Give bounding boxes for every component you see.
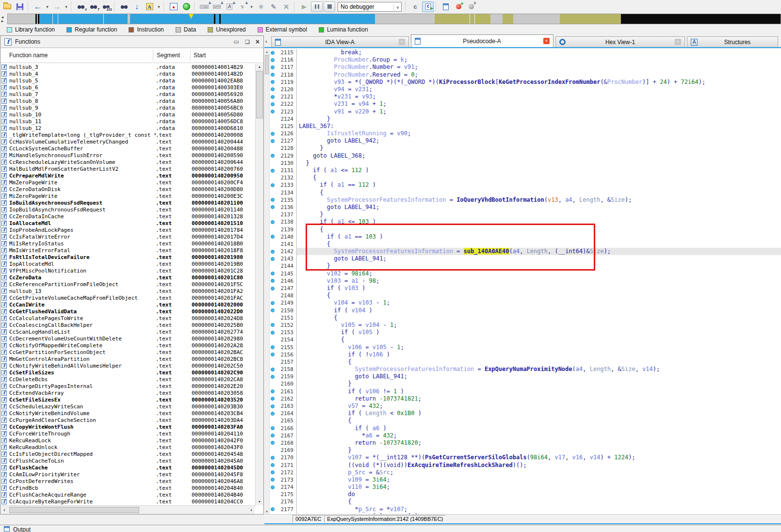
function-row[interactable]: fKeRcuReadLock.text00000001402042F0 [0, 437, 255, 444]
code-line[interactable]: 2129 goto LABEL_368; [270, 152, 781, 160]
debugger-combo[interactable]: No debugger [338, 2, 402, 12]
code-line[interactable]: 2174 v110 = 3i64; [270, 484, 781, 491]
function-row[interactable]: fnullsub_9.rdata0000000140056BC0 [0, 104, 255, 111]
problem-list-icon[interactable] [168, 1, 179, 12]
code-line[interactable]: 2168 return -1073741820; [270, 439, 781, 447]
function-row[interactable]: fMiZeroPageWrite.text0000000140200E3C [0, 193, 255, 199]
function-row[interactable]: fCcHasVolumeCumulativeTelemetryChanged.t… [0, 138, 255, 145]
function-row[interactable]: fnullsub_6.rdata00000001400303E0 [0, 84, 255, 91]
function-row[interactable]: fCcScheduleLazyWriteScan.text00000001402… [0, 403, 255, 410]
column-segment[interactable]: Segment [157, 52, 180, 59]
code-line[interactable]: 2154 { [270, 336, 781, 343]
code-line[interactable]: 2140 if ( a1 == 103 ) [270, 233, 781, 241]
debug-stop-icon[interactable] [324, 1, 335, 12]
code-line[interactable]: 2118 ProcNumber.Reserved = 0; [270, 71, 781, 79]
code-line[interactable]: 2120 v94 = v231; [270, 86, 781, 93]
code-line[interactable]: 2153 if ( v105 ) [270, 329, 781, 336]
function-row[interactable]: fCcFlushCache.text00000001402045D0 [0, 464, 255, 471]
code-line[interactable]: 2156 if ( !v106 ) [270, 351, 781, 358]
functions-vertical-scrollbar[interactable] [255, 64, 263, 505]
code-line[interactable]: 2143 goto LABEL_941; [270, 255, 781, 262]
scrollbar-thumb[interactable] [256, 71, 263, 118]
code-line[interactable]: 2126 IsTrustletRunning = v90; [270, 130, 781, 137]
output-panel[interactable]: Output [0, 525, 781, 532]
code-line[interactable]: 2133 if ( a1 == 112 ) [270, 181, 781, 189]
color-dropdown-icon[interactable] [156, 1, 162, 12]
code-line[interactable]: 2119 v93 = *(_QWORD *)(*(_QWORD *)(KiPro… [270, 79, 781, 86]
function-row[interactable]: fnullsub_7.rdata0000000140056920 [0, 91, 255, 97]
function-row[interactable]: fnullsub_3.rdata0000000140014B29 [0, 64, 255, 70]
code-line[interactable]: 2171 ((void (*)(void))ExAcquireTimeRefre… [270, 462, 781, 469]
code-line[interactable]: 2125LABEL_367: [270, 123, 781, 130]
tab-close-icon[interactable]: × [675, 39, 681, 45]
function-row[interactable]: fMiIsRetryIoStatus.text00000001402018B0 [0, 240, 255, 247]
function-row[interactable]: fCcForceWriteThrough.text000000014020411… [0, 430, 255, 437]
code-line[interactable]: 2147 if ( v103 ) [270, 285, 781, 292]
function-row[interactable]: fCcRescheduleLazyWriteScanOnVolume.text0… [0, 159, 255, 165]
scroll-up-icon[interactable] [256, 64, 263, 70]
function-row[interactable]: fCcIsFileObjectDirectMapped.text00000001… [0, 451, 255, 457]
function-row[interactable]: fIopProbeAndLockPages.text00000001402017… [0, 226, 255, 233]
tab-structures[interactable]: AStructures [687, 36, 778, 47]
set-color-icon[interactable] [144, 1, 155, 12]
debug-pause-icon[interactable] [311, 1, 323, 12]
function-row[interactable]: fCcFlushCacheToLsn.text00000001402045A0 [0, 457, 255, 464]
function-row[interactable]: fCcCoalescingCallBackHelper.text00000001… [0, 322, 255, 328]
function-row[interactable]: fCcReferencePartitionFromFileObject.text… [0, 281, 255, 288]
function-row[interactable]: fCcIsFatalWriteError.text00000001402017D… [0, 233, 255, 240]
code-line[interactable]: 2115 break; [270, 49, 781, 56]
scroll-down-icon[interactable] [264, 509, 269, 514]
functions-column-header[interactable]: Function name Segment Start [0, 48, 263, 63]
debug-run-icon[interactable] [298, 1, 310, 12]
code-line[interactable]: 2141 { [270, 241, 781, 248]
code-line[interactable]: 2165 { [270, 417, 781, 424]
code-line[interactable]: 2132 { [270, 174, 781, 181]
function-row[interactable]: fCcNotifyOfMappedWriteComplete.text00000… [0, 342, 255, 349]
patch-icon[interactable] [255, 1, 267, 12]
function-row[interactable]: fCcAcquireByteRangeForWrite.text00000001… [0, 498, 255, 505]
code-line[interactable]: 2163 v57 = 432; [270, 403, 781, 410]
function-row[interactable]: fnullsub_8.rdata0000000140056A80 [0, 97, 255, 104]
make-string-icon[interactable] [236, 1, 248, 12]
function-row[interactable]: fCcSetFileSizes.text0000000140202C90 [0, 369, 255, 376]
jump-to-address-icon[interactable] [131, 1, 143, 12]
scroll-up-icon[interactable] [264, 49, 269, 54]
code-line[interactable]: 2164 if ( Length < 0x1B0 ) [270, 410, 781, 417]
scroll-left-icon[interactable] [0, 507, 8, 513]
function-row[interactable]: fCcZeroDataInCache.text0000000140201328 [0, 213, 255, 220]
undefine-icon[interactable] [280, 1, 292, 12]
function-row[interactable]: fMiHandleSynchronousFlushError.text00000… [0, 152, 255, 159]
save-icon[interactable] [14, 1, 26, 12]
code-line[interactable]: 2176 { [270, 498, 781, 505]
code-line[interactable]: 2123 v91 = v220 + 1; [270, 108, 781, 115]
code-line[interactable]: 2160 } [270, 380, 781, 387]
code-line[interactable]: 2136 goto LABEL_941; [270, 204, 781, 211]
pseudocode-view[interactable]: 2115 break;2116 ProcNumber.Group = k;211… [264, 49, 781, 514]
maximize-icon[interactable] [234, 38, 239, 45]
code-line[interactable]: 2175 do [270, 491, 781, 498]
function-row[interactable]: fnullsub_4.rdata0000000140014B2D [0, 70, 255, 77]
code-line[interactable]: 2149 v104 = v103 - 1; [270, 299, 781, 306]
scrollbar-thumb[interactable] [9, 507, 139, 513]
tab-ida-view-a[interactable]: IDA View-A× [271, 36, 409, 47]
search-icon[interactable] [118, 1, 130, 12]
function-row[interactable]: fCcZeroDataOnDisk.text0000000140200D80 [0, 186, 255, 193]
find-text-icon[interactable] [88, 1, 99, 12]
debugger-windows-icon[interactable] [440, 1, 452, 12]
function-row[interactable]: fCcZeroData.text0000000140201C80 [0, 274, 255, 281]
code-line[interactable]: 2146 v103 = a1 - 98; [270, 277, 781, 285]
function-row[interactable]: fIoAllocateMdl.text0000000140201510 [0, 220, 255, 226]
edit-function-icon[interactable] [268, 1, 279, 12]
tab-close-icon[interactable]: × [543, 38, 550, 44]
tab-hex-view-1[interactable]: Hex View-1× [555, 36, 685, 47]
function-row[interactable]: fCcNotifyWriteBehindVolume.text000000014… [0, 410, 255, 417]
scrollbar-thumb[interactable] [265, 55, 269, 74]
code-line[interactable]: 2134 { [270, 189, 781, 196]
code-line[interactable]: 2166 if ( a6 ) [270, 425, 781, 432]
code-line[interactable]: 2150 if ( v104 ) [270, 307, 781, 314]
code-line[interactable]: 2162 return -1073741821; [270, 395, 781, 403]
lumina-icon[interactable] [180, 1, 192, 12]
function-row[interactable]: fCcLockSystemCacheBuffer.text00000001402… [0, 145, 255, 152]
function-row[interactable]: fCcPostDeferredWrites.text00000001402046… [0, 478, 255, 484]
navigate-back-icon[interactable] [32, 1, 44, 12]
